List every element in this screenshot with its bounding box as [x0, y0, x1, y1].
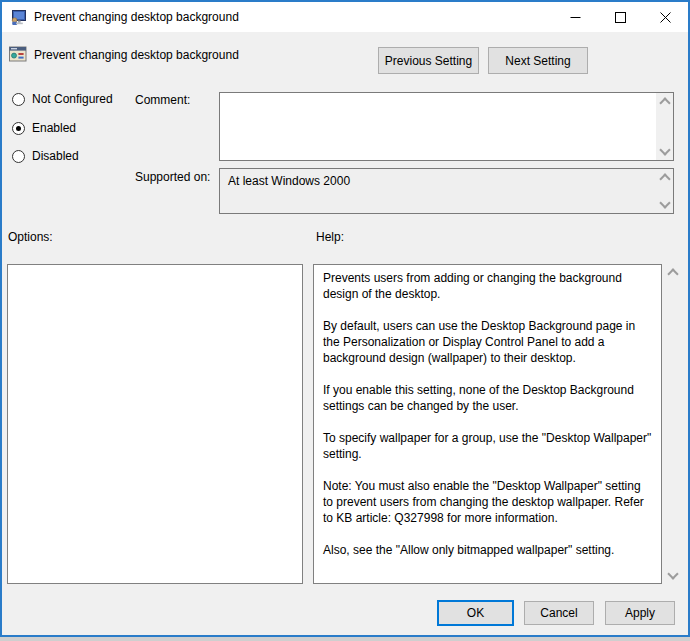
- help-label: Help:: [316, 230, 344, 244]
- apply-button[interactable]: Apply: [605, 601, 675, 625]
- help-paragraph: Note: You must also enable the "Desktop …: [323, 478, 652, 526]
- close-button[interactable]: [643, 2, 688, 32]
- group-policy-icon: [10, 9, 27, 26]
- policy-setting-dialog: Prevent changing desktop background Prev…: [0, 0, 690, 641]
- help-paragraph: By default, users can use the Desktop Ba…: [323, 318, 652, 366]
- radio-enabled[interactable]: Enabled: [12, 120, 76, 136]
- scroll-up-icon[interactable]: [667, 268, 678, 279]
- next-setting-button[interactable]: Next Setting: [488, 47, 588, 74]
- previous-setting-button[interactable]: Previous Setting: [378, 47, 479, 74]
- help-text: Prevents users from adding or changing t…: [314, 265, 661, 579]
- radio-label: Disabled: [32, 149, 79, 163]
- comment-input[interactable]: [219, 92, 674, 161]
- setting-title: Prevent changing desktop background: [34, 48, 239, 62]
- radio-circle-icon: [12, 93, 25, 106]
- options-panel: [7, 264, 303, 584]
- scroll-down-icon[interactable]: [659, 197, 670, 208]
- window-title: Prevent changing desktop background: [34, 2, 239, 32]
- policy-setting-icon: [9, 45, 27, 63]
- ok-button[interactable]: OK: [437, 600, 514, 626]
- supported-on-value: At least Windows 2000: [220, 169, 656, 213]
- supported-on-scrollbar[interactable]: [656, 169, 673, 213]
- supported-on-input[interactable]: At least Windows 2000: [219, 168, 674, 214]
- comment-value: [220, 93, 656, 160]
- titlebar[interactable]: Prevent changing desktop background: [2, 2, 688, 32]
- radio-label: Not Configured: [32, 92, 113, 106]
- cancel-button[interactable]: Cancel: [524, 601, 594, 625]
- minimize-button[interactable]: [553, 2, 598, 32]
- radio-circle-selected-icon: [12, 122, 25, 135]
- scroll-down-icon[interactable]: [667, 568, 678, 579]
- scroll-up-icon[interactable]: [659, 97, 670, 108]
- help-paragraph: Prevents users from adding or changing t…: [323, 270, 652, 302]
- supported-on-label: Supported on:: [135, 170, 210, 184]
- scroll-up-icon[interactable]: [659, 173, 670, 184]
- maximize-button[interactable]: [598, 2, 643, 32]
- help-panel[interactable]: Prevents users from adding or changing t…: [313, 264, 662, 584]
- help-scrollbar[interactable]: [663, 264, 682, 584]
- options-label: Options:: [8, 230, 53, 244]
- scroll-down-icon[interactable]: [659, 144, 670, 155]
- radio-not-configured[interactable]: Not Configured: [12, 91, 113, 107]
- radio-label: Enabled: [32, 121, 76, 135]
- radio-disabled[interactable]: Disabled: [12, 148, 79, 164]
- desktop-backdrop: [0, 637, 690, 641]
- help-paragraph: Also, see the "Allow only bitmapped wall…: [323, 542, 652, 558]
- help-paragraph: To specify wallpaper for a group, use th…: [323, 430, 652, 462]
- comment-label: Comment:: [135, 93, 190, 107]
- help-paragraph: If you enable this setting, none of the …: [323, 382, 652, 414]
- comment-scrollbar[interactable]: [656, 93, 673, 160]
- radio-circle-icon: [12, 150, 25, 163]
